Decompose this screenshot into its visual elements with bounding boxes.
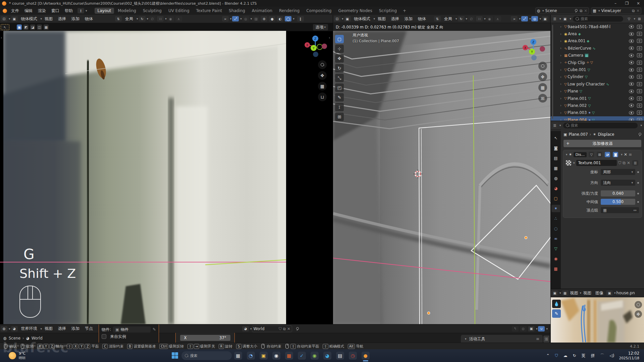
outliner-row[interactable]: › BézierCurve	[551, 45, 644, 52]
camera-view-icon[interactable]: ▦	[318, 82, 327, 90]
orientation-dropdown[interactable]: 全局	[441, 15, 455, 22]
unlink-icon[interactable]: ×	[636, 8, 640, 13]
outliner-row[interactable]: › Chip Clip	[551, 59, 644, 66]
outliner-row[interactable]: › Plane.003	[551, 109, 644, 116]
object-name[interactable]: Area	[568, 32, 577, 36]
realtime-toggle-icon[interactable]: 🖳	[605, 152, 610, 157]
workspace-tab[interactable]: Scripting	[376, 8, 400, 14]
hide-eye-icon[interactable]	[629, 75, 634, 79]
taskbar-app-icon[interactable]: ◔	[247, 352, 255, 360]
image-menu-item[interactable]: 图像	[593, 290, 605, 297]
outliner-row[interactable]: › 9aea4501-78ad-486f-l	[551, 23, 644, 30]
taskbar-search[interactable]: 搜索	[181, 351, 232, 360]
select-mode-subtract-icon[interactable]: ◪	[30, 24, 35, 30]
extras-dropdown-icon[interactable]: ▾	[621, 153, 623, 156]
new-collection-icon[interactable]: ⊞	[636, 16, 643, 21]
main-menu-item[interactable]: 文件	[8, 7, 22, 14]
sync-icon[interactable]: ↻	[573, 353, 576, 358]
expand-arrow-icon[interactable]: ›	[560, 104, 564, 107]
shader-menu-item[interactable]: 节点	[82, 325, 96, 332]
view-layer-selector[interactable]: ▦▾ ViewLayer ⧉ ×	[591, 7, 641, 14]
pin-icon[interactable]	[296, 327, 299, 330]
image-browse-icon[interactable]: ▣	[606, 290, 613, 296]
properties-tab[interactable]: ◙	[551, 144, 560, 152]
cloud-icon[interactable]: ☁	[563, 353, 567, 358]
proportional-edit-icon[interactable]: ◉	[167, 16, 174, 21]
outliner-display-mode-icon[interactable]: ☰	[551, 16, 558, 21]
object-name[interactable]: Area.001	[568, 39, 585, 43]
animate-dot[interactable]	[637, 171, 639, 173]
vgroup-field[interactable]: ▦↔	[601, 207, 639, 213]
properties-tab[interactable]: ▢	[551, 195, 560, 202]
hide-eye-icon[interactable]	[629, 25, 634, 28]
collapse-icon[interactable]: ▾	[566, 153, 568, 156]
outliner-row[interactable]: › Low poly Character	[551, 80, 644, 87]
clock-widget[interactable]: 12:02 2025/11/18	[619, 351, 639, 360]
expand-arrow-icon[interactable]: ›	[560, 61, 564, 64]
zoom-in-icon[interactable]	[635, 301, 642, 308]
close-button[interactable]: ×	[633, 0, 644, 6]
editor-divider[interactable]	[550, 15, 551, 343]
copy-icon[interactable]: ⧉	[580, 8, 582, 13]
outliner-row[interactable]: › Plane.002	[551, 102, 644, 109]
falloff-icon[interactable]: ∧	[175, 16, 182, 21]
tool-button[interactable]: ⤡	[335, 74, 344, 82]
copy-icon[interactable]: ⧉	[632, 8, 635, 13]
disable-render-icon[interactable]	[637, 25, 642, 29]
expand-arrow-icon[interactable]: ›	[560, 89, 564, 93]
taskbar-app-icon[interactable]: ◕	[323, 352, 331, 360]
viewport-menu-item[interactable]: 物体	[415, 15, 429, 22]
shader-menu-item[interactable]: 选择	[55, 325, 69, 332]
workspace-tab[interactable]: Geometry Nodes	[335, 8, 375, 14]
properties-editor-icon[interactable]: ☰	[551, 123, 558, 128]
breadcrumb-object[interactable]: Plane.007	[569, 132, 588, 137]
tool-button[interactable]: ↻	[335, 64, 344, 72]
workspace-tab[interactable]: Sculpting	[140, 8, 165, 14]
select-mode-intersect-icon[interactable]: ▩	[44, 24, 49, 30]
path-world[interactable]: World	[32, 336, 43, 341]
hide-eye-icon[interactable]	[629, 46, 634, 50]
select-mode-new-icon[interactable]: ▣	[17, 24, 22, 30]
hide-eye-icon[interactable]	[629, 54, 634, 57]
main-menu-item[interactable]: 渲染	[35, 7, 49, 14]
viewport-menu-item[interactable]: 添加	[69, 15, 82, 22]
pan-hand-icon[interactable]: ✥	[318, 71, 327, 80]
workspace-tab[interactable]: UV Editing	[165, 8, 193, 14]
zoom-in-icon[interactable]	[538, 62, 547, 70]
editor-type-icon[interactable]: ⊡	[334, 16, 340, 21]
taskbar-app-icon[interactable]: ◷	[349, 352, 357, 360]
disable-render-icon[interactable]	[637, 68, 642, 72]
properties-tab[interactable]: ✶	[551, 205, 560, 212]
scene-selector[interactable]: ◍▾ Scene ⧉ ×	[535, 7, 589, 14]
overlays-icon[interactable]: ◎	[243, 16, 249, 21]
outliner-row[interactable]: › Area	[551, 30, 644, 37]
workspace-tab[interactable]: Rendering	[276, 8, 303, 14]
editor-divider[interactable]	[333, 15, 333, 324]
path-scene[interactable]: Scene	[9, 336, 20, 341]
unlink-icon[interactable]: ✕	[627, 161, 630, 165]
display-channel-icon[interactable]: ▦	[562, 290, 569, 296]
shading-mode-icon[interactable]: ◐	[277, 16, 283, 21]
outliner-row[interactable]: › Plane.004	[551, 116, 644, 121]
expand-arrow-icon[interactable]: ›	[560, 111, 564, 115]
hide-eye-icon[interactable]	[629, 39, 634, 43]
shading-mode-icon[interactable]: ●	[269, 16, 275, 21]
sidebar-tab[interactable]: 活	[543, 336, 549, 343]
workspace-tab[interactable]: Texture Paint	[193, 8, 225, 14]
viewport-menu-item[interactable]: 选择	[55, 15, 69, 22]
object-name[interactable]: Plane.001	[568, 96, 587, 101]
add-modifier-button[interactable]: + 添加修改器	[564, 140, 641, 147]
proportional-edit-icon[interactable]: ◉	[486, 16, 493, 21]
tool-button[interactable]: ⊹	[335, 45, 344, 53]
outliner-search-input[interactable]: 搜索	[573, 16, 623, 22]
properties-tab[interactable]: ▩	[551, 265, 560, 273]
taskbar-app-icon[interactable]: ◉	[311, 352, 319, 360]
pin-icon[interactable]	[574, 9, 578, 12]
orientation-dropdown[interactable]: 全局	[122, 15, 136, 22]
taskbar-app-icon[interactable]: ▦	[234, 352, 242, 360]
main-menu-item[interactable]: 窗口	[49, 7, 62, 14]
falloff-icon[interactable]: ∧	[494, 16, 501, 21]
xray-icon[interactable]: ▨	[253, 16, 259, 21]
viewport-menu-item[interactable]: 选择	[388, 15, 402, 22]
disable-render-icon[interactable]	[637, 104, 642, 108]
